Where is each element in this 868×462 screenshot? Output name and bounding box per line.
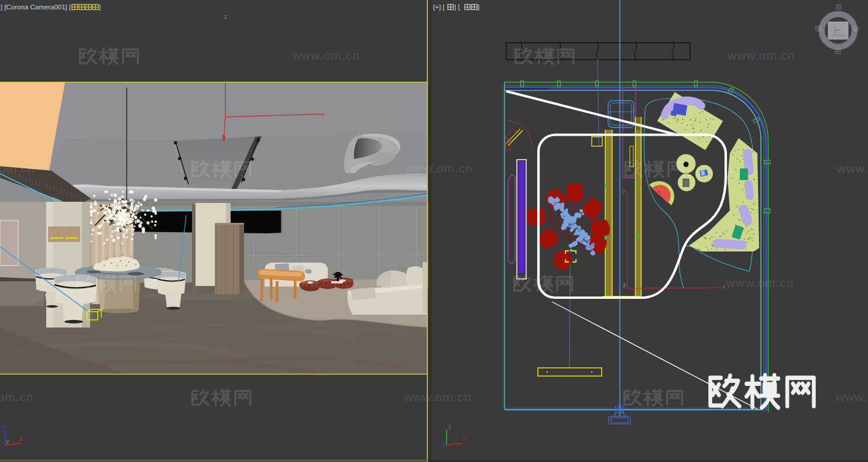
svg-text:www.om.cn: www.om.cn [0,161,35,175]
svg-text:www.om.cn: www.om.cn [726,276,794,289]
svg-text:z: z [443,442,446,448]
svg-text:x: x [462,436,465,443]
svg-text:z: z [2,423,5,430]
svg-text:]: ] [99,4,101,11]
svg-text:www.om.cn: www.om.cn [291,49,360,62]
svg-text:x: x [722,283,726,290]
svg-text:x: x [321,111,325,118]
svg-text:x: x [19,436,23,442]
svg-text:www.om.cn: www.om.cn [836,161,868,175]
svg-text:z: z [224,13,228,20]
svg-text:www.om.cn: www.om.cn [290,276,359,289]
svg-text:www.om.cn: www.om.cn [403,390,472,404]
svg-text:z: z [623,281,626,288]
svg-text:[+] [: [+] [ [433,4,445,11]
svg-text:]: ] [478,4,479,11]
svg-text:y: y [6,438,9,444]
svg-text:] [Corona Camera001] [: ] [Corona Camera001] [ [1,4,71,11]
svg-text:www.om.cn: www.om.cn [727,49,795,62]
svg-text:] [: ] [ [454,4,460,11]
svg-text:y: y [448,423,451,430]
svg-text:www.om.cn: www.om.cn [0,390,34,404]
svg-text:www.om.cn: www.om.cn [404,161,473,175]
svg-text:www.om.cn: www.om.cn [835,390,868,404]
svg-text:y: y [622,187,626,194]
